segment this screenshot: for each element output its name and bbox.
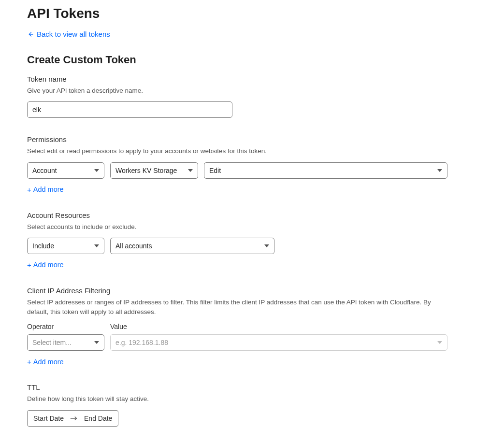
chevron-down-icon	[94, 244, 99, 247]
chevron-down-icon	[437, 341, 442, 344]
token-name-heading: Token name	[27, 75, 477, 83]
permissions-access-value: Edit	[209, 167, 221, 174]
permissions-scope-value: Account	[32, 167, 57, 174]
account-resources-add-more[interactable]: + Add more	[27, 261, 64, 269]
account-resources-mode-value: Include	[32, 242, 54, 250]
ttl-heading: TTL	[27, 383, 477, 391]
section-ttl: TTL Define how long this token will stay…	[27, 383, 477, 426]
section-account-resources: Account Resources Select accounts to inc…	[27, 211, 477, 269]
ip-filter-desc: Select IP addresses or ranges of IP addr…	[27, 298, 447, 317]
account-resources-target-value: All accounts	[115, 242, 152, 250]
ip-filter-add-more[interactable]: + Add more	[27, 357, 64, 366]
ip-filter-add-more-label: Add more	[33, 358, 64, 366]
ip-filter-operator-placeholder: Select item...	[32, 339, 72, 346]
ip-filter-value-placeholder: e.g. 192.168.1.88	[115, 339, 168, 346]
permissions-add-more[interactable]: + Add more	[27, 186, 64, 194]
ttl-desc: Define how long this token will stay act…	[27, 394, 477, 404]
ip-filter-heading: Client IP Address Filtering	[27, 286, 447, 295]
chevron-down-icon	[188, 169, 193, 172]
permissions-access-select[interactable]: Edit	[204, 162, 447, 179]
permissions-desc: Select edit or read permissions to apply…	[27, 146, 447, 156]
back-link[interactable]: Back to view all tokens	[27, 30, 110, 38]
chevron-down-icon	[264, 244, 269, 247]
chevron-down-icon	[94, 341, 99, 344]
account-resources-desc: Select accounts to include or exclude.	[27, 222, 477, 232]
ip-filter-operator-label: Operator	[27, 323, 104, 330]
chevron-down-icon	[437, 169, 442, 172]
back-link-label: Back to view all tokens	[37, 30, 110, 38]
account-resources-add-more-label: Add more	[33, 261, 64, 269]
account-resources-heading: Account Resources	[27, 211, 477, 219]
plus-icon: +	[27, 357, 31, 366]
plus-icon: +	[27, 186, 31, 194]
arrow-right-icon	[70, 415, 78, 421]
permissions-add-more-label: Add more	[33, 186, 64, 193]
permissions-scope-select[interactable]: Account	[27, 162, 104, 179]
token-name-desc: Give your API token a descriptive name.	[27, 86, 477, 96]
section-token-name: Token name Give your API token a descrip…	[27, 75, 477, 118]
permissions-heading: Permissions	[27, 135, 447, 143]
ttl-start-label: Start Date	[33, 414, 64, 422]
token-name-input[interactable]	[27, 101, 232, 118]
permissions-resource-select[interactable]: Workers KV Storage	[110, 162, 198, 179]
ip-filter-value-select[interactable]: e.g. 192.168.1.88	[110, 334, 447, 351]
sub-title: Create Custom Token	[27, 54, 477, 66]
chevron-down-icon	[94, 169, 99, 172]
section-permissions: Permissions Select edit or read permissi…	[27, 135, 447, 193]
section-ip-filter: Client IP Address Filtering Select IP ad…	[27, 286, 447, 366]
ip-filter-value-label: Value	[110, 323, 447, 330]
ttl-end-label: End Date	[84, 414, 112, 422]
arrow-left-icon	[27, 31, 34, 38]
permissions-resource-value: Workers KV Storage	[115, 167, 177, 174]
plus-icon: +	[27, 261, 31, 269]
account-resources-mode-select[interactable]: Include	[27, 238, 104, 254]
ip-filter-operator-select[interactable]: Select item...	[27, 334, 104, 351]
page-title: API Tokens	[27, 6, 477, 21]
ttl-date-range[interactable]: Start Date End Date	[27, 410, 118, 427]
account-resources-target-select[interactable]: All accounts	[110, 238, 274, 254]
